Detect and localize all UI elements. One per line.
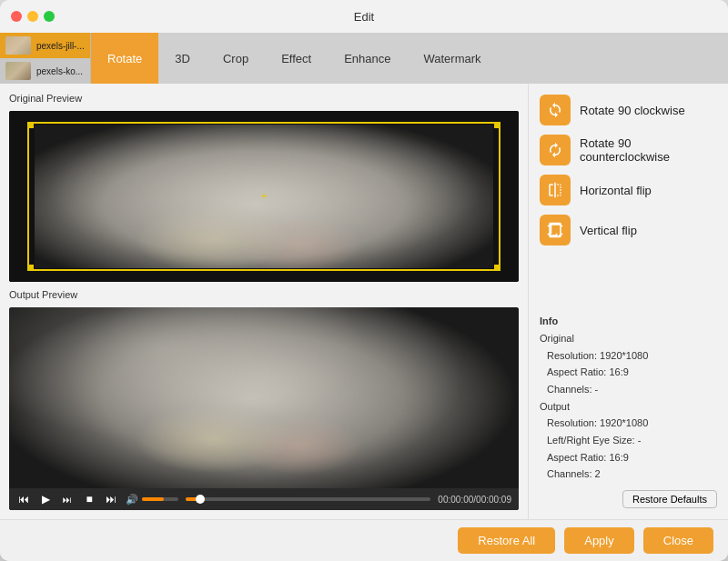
time-display: 00:00:00/00:00:09 <box>438 495 511 505</box>
info-title: Info <box>540 313 717 330</box>
bottom-bar: Restore All Apply Close <box>0 519 728 561</box>
play-button[interactable]: ▶ <box>38 492 53 506</box>
file-name-2: pexels-ko... <box>36 66 83 76</box>
restore-defaults-button[interactable]: Restore Defaults <box>622 490 717 508</box>
tab-enhance[interactable]: Enhance <box>328 33 407 84</box>
output-image-overlay <box>9 307 519 510</box>
rotate-ccw-svg <box>547 142 563 158</box>
main-content: Original Preview + Output Preview <box>0 84 728 519</box>
file-thumb-1 <box>5 36 31 55</box>
info-original-aspect: Aspect Ratio: 16:9 <box>540 364 717 381</box>
left-panel: Original Preview + Output Preview <box>0 84 528 519</box>
title-bar: Edit <box>0 0 728 33</box>
action-flip-h[interactable]: Horizontal flip <box>540 175 717 205</box>
original-preview-label: Original Preview <box>9 93 519 104</box>
action-flip-v[interactable]: Vertical flip <box>540 215 717 245</box>
action-rotate-ccw[interactable]: Rotate 90 counterclockwise <box>540 135 717 165</box>
file-item-1[interactable]: pexels-jill-... <box>0 33 90 58</box>
restore-all-button[interactable]: Restore All <box>458 527 555 554</box>
action-rotate-cw[interactable]: Rotate 90 clockwise <box>540 95 717 125</box>
apply-button[interactable]: Apply <box>564 527 634 554</box>
rotate-ccw-label: Rotate 90 counterclockwise <box>580 136 717 164</box>
volume-area: 🔊 <box>126 494 178 506</box>
info-original-label: Original <box>540 330 717 347</box>
flip-v-svg <box>547 222 563 238</box>
tab-buttons: Rotate 3D Crop Effect Enhance Watermark <box>91 33 728 84</box>
rotate-actions: Rotate 90 clockwise Rotate 90 counterclo… <box>540 95 717 245</box>
flip-v-label: Vertical flip <box>580 224 637 237</box>
original-image-overlay <box>9 111 519 282</box>
restore-defaults-area: Restore Defaults <box>540 490 717 508</box>
info-original-channels: Channels: - <box>540 381 717 398</box>
tab-effect[interactable]: Effect <box>265 33 328 84</box>
close-traffic-light[interactable] <box>11 11 22 22</box>
rotate-cw-icon <box>540 95 571 125</box>
traffic-lights <box>11 11 55 22</box>
file-item-2[interactable]: pexels-ko... <box>0 58 90 84</box>
spacer <box>540 253 717 306</box>
flip-v-icon <box>540 215 571 245</box>
output-preview-box: ⏮ ▶ ⏭ ■ ⏭ 🔊 00:00:00/00:00 <box>9 307 519 510</box>
info-section: Info Original Resolution: 1920*1080 Aspe… <box>540 313 717 483</box>
output-preview-label: Output Preview <box>9 289 519 300</box>
file-thumb-img-2 <box>5 62 31 80</box>
minimize-traffic-light[interactable] <box>27 11 38 22</box>
tab-crop[interactable]: Crop <box>207 33 265 84</box>
progress-bar[interactable] <box>186 497 430 501</box>
info-output-eye-size: Left/Right Eye Size: - <box>540 432 717 449</box>
original-preview-box: + <box>9 111 519 282</box>
info-output-label: Output <box>540 398 717 416</box>
file-thumb-2 <box>5 62 31 80</box>
skip-start-button[interactable]: ⏮ <box>16 492 31 506</box>
info-output-channels: Channels: 2 <box>540 466 717 483</box>
tab-rotate[interactable]: Rotate <box>91 33 158 84</box>
skip-end-button[interactable]: ⏭ <box>104 492 118 506</box>
right-panel: Rotate 90 clockwise Rotate 90 counterclo… <box>528 84 728 519</box>
rotate-ccw-icon <box>540 135 571 165</box>
info-original-resolution: Resolution: 1920*1080 <box>540 347 717 365</box>
tabs-bar: pexels-jill-... pexels-ko... Rotate 3D C… <box>0 33 728 84</box>
maximize-traffic-light[interactable] <box>44 11 55 22</box>
info-output-aspect: Aspect Ratio: 16:9 <box>540 449 717 466</box>
skip-frame-button[interactable]: ⏭ <box>60 492 75 506</box>
file-name-1: pexels-jill-... <box>36 41 85 51</box>
window-title: Edit <box>354 10 374 24</box>
flip-h-icon <box>540 175 571 205</box>
close-button[interactable]: Close <box>643 527 713 554</box>
info-output-resolution: Resolution: 1920*1080 <box>540 415 717 432</box>
tab-watermark[interactable]: Watermark <box>407 33 497 84</box>
file-list: pexels-jill-... pexels-ko... <box>0 33 91 84</box>
video-controls: ⏮ ▶ ⏭ ■ ⏭ 🔊 00:00:00/00:00 <box>9 488 519 510</box>
progress-dot <box>196 495 205 504</box>
volume-bar[interactable] <box>142 497 178 501</box>
rotate-cw-label: Rotate 90 clockwise <box>580 104 685 117</box>
flip-h-svg <box>547 182 563 198</box>
main-window: Edit pexels-jill-... pexels-ko... Rotate… <box>0 0 728 561</box>
volume-fill <box>142 497 164 501</box>
stop-button[interactable]: ■ <box>82 492 96 506</box>
tab-3d[interactable]: 3D <box>158 33 207 84</box>
file-thumb-img-1 <box>5 36 31 55</box>
rotate-cw-svg <box>547 102 563 118</box>
volume-icon: 🔊 <box>126 494 138 506</box>
flip-h-label: Horizontal flip <box>580 184 652 197</box>
